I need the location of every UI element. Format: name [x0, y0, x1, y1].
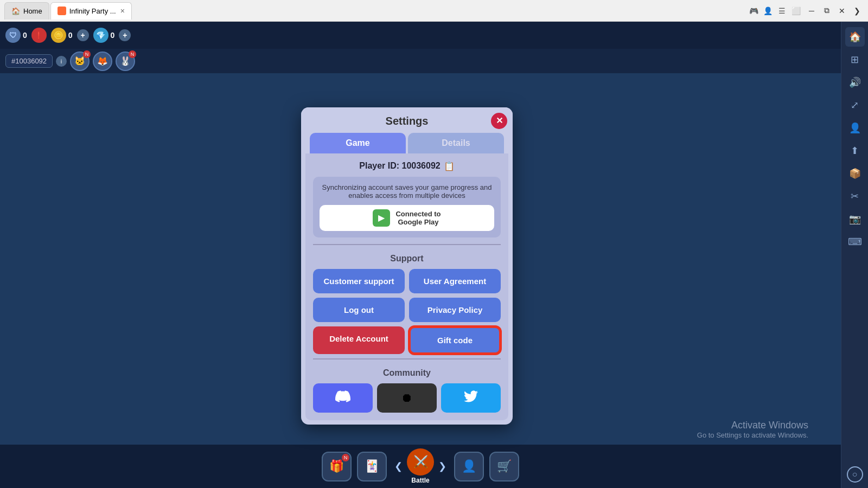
- settings-close-btn[interactable]: ✕: [491, 113, 507, 129]
- privacy-policy-btn[interactable]: Privacy Policy: [409, 298, 501, 322]
- video-btn[interactable]: ⏺: [377, 383, 437, 413]
- log-out-btn[interactable]: Log out: [313, 298, 405, 322]
- settings-title-bar: Settings ✕: [301, 107, 513, 127]
- sidebar-scissors-icon[interactable]: ✂: [845, 187, 865, 206]
- sidebar-upload-icon[interactable]: ⬆: [845, 141, 865, 160]
- community-section: Community ⏺: [313, 358, 501, 413]
- sidebar-screen-icon[interactable]: ⤢: [845, 95, 865, 115]
- sidebar-grid-icon[interactable]: ⊞: [845, 50, 865, 69]
- player-id-text: Player ID: 10036092: [359, 161, 440, 171]
- support-header: Support: [313, 251, 501, 264]
- tab-home[interactable]: 🏠 Home: [4, 2, 49, 20]
- discord-btn[interactable]: [313, 383, 373, 413]
- restore-btn[interactable]: ⧉: [820, 4, 833, 17]
- minimize-btn[interactable]: ─: [805, 4, 818, 17]
- coin-resource-icon: 🪙: [51, 28, 66, 43]
- twitter-btn[interactable]: [441, 383, 501, 413]
- gift-code-btn[interactable]: Gift code: [409, 326, 501, 354]
- tab-game-btn[interactable]: Game: [310, 133, 406, 153]
- tab-close-btn[interactable]: ×: [120, 7, 125, 15]
- menu-icon[interactable]: ☰: [777, 6, 787, 16]
- home-icon: 🏠: [11, 7, 20, 15]
- sidebar-camera-icon[interactable]: 📷: [845, 209, 865, 229]
- support-buttons: Customer support User Agreement Log out …: [313, 269, 501, 354]
- settings-title: Settings: [386, 115, 429, 127]
- sidebar-keyboard-icon[interactable]: ⌨: [845, 232, 865, 252]
- customer-support-btn[interactable]: Customer support: [313, 269, 405, 293]
- sidebar-user-icon[interactable]: 👤: [845, 118, 865, 138]
- sync-text: Synchronizing account saves your game pr…: [320, 183, 494, 200]
- browser-chrome: 🏠 Home Infinity Party ... × 🎮 👤 ☰ ⬜ ─ ⧉ …: [0, 0, 868, 22]
- chevron-right-icon[interactable]: ❯: [851, 4, 864, 17]
- gem-resource-icon: 💎: [93, 28, 108, 43]
- window-icon[interactable]: ⬜: [791, 6, 801, 16]
- window-controls: ─ ⧉ ✕ ❯: [805, 4, 864, 17]
- close-window-btn[interactable]: ✕: [835, 4, 848, 17]
- delete-account-btn[interactable]: Delete Account: [313, 326, 405, 354]
- user-icon[interactable]: 👤: [763, 6, 773, 16]
- settings-dialog: Settings ✕ Game Details Player ID: 10036…: [301, 107, 513, 425]
- settings-body: Player ID: 10036092 📋 Synchronizing acco…: [305, 153, 508, 420]
- tab-bar: 🏠 Home Infinity Party ... ×: [0, 0, 132, 21]
- twitter-icon: [464, 389, 478, 407]
- copy-icon[interactable]: 📋: [444, 161, 455, 171]
- right-sidebar: 🏠 ⊞ 🔊 ⤢ 👤 ⬆ 📦 ✂ 📷 ⌨ ○: [841, 22, 868, 488]
- game-area: 🛡 0 ❗ 🪙 0 + 💎 0 + #10036092 i 🐱 N 🦊 🐰 N: [0, 22, 841, 488]
- community-icons: ⏺: [313, 383, 501, 413]
- sync-info-box: Synchronizing account saves your game pr…: [313, 177, 501, 237]
- tab-home-label: Home: [23, 7, 42, 15]
- sidebar-apk-icon[interactable]: 📦: [845, 164, 865, 183]
- gem-resource: 💎 0: [93, 28, 115, 43]
- settings-tabs: Game Details: [310, 133, 504, 153]
- gem-value: 0: [111, 31, 115, 40]
- support-divider: [313, 244, 501, 245]
- sidebar-circle-btn[interactable]: ○: [847, 466, 863, 483]
- settings-overlay: Settings ✕ Game Details Player ID: 10036…: [0, 43, 814, 488]
- shield-value: 0: [23, 31, 27, 40]
- gamepad-icon[interactable]: 🎮: [749, 6, 758, 16]
- discord-icon: [335, 389, 350, 407]
- tab-details-btn[interactable]: Details: [408, 133, 504, 153]
- warning-resource-icon: ❗: [31, 28, 47, 43]
- shield-resource: 🛡 0: [5, 28, 27, 43]
- tab-game-label: Infinity Party ...: [69, 7, 116, 15]
- shield-resource-icon: 🛡: [5, 28, 21, 43]
- community-divider: [313, 358, 501, 359]
- gem-plus-btn[interactable]: +: [119, 29, 131, 41]
- browser-controls: 🎮 👤 ☰ ⬜ ─ ⧉ ✕ ❯: [749, 4, 868, 17]
- sidebar-volume-icon[interactable]: 🔊: [845, 73, 865, 92]
- video-icon: ⏺: [401, 391, 413, 405]
- coin-plus-btn[interactable]: +: [77, 29, 89, 41]
- tab-game[interactable]: Infinity Party ... ×: [50, 2, 132, 20]
- coin-value: 0: [68, 31, 73, 40]
- google-play-btn[interactable]: ▶ Connected toGoogle Play: [320, 205, 494, 231]
- player-id-row: Player ID: 10036092 📋: [313, 161, 501, 171]
- game-tab-icon: [58, 7, 66, 15]
- community-header: Community: [313, 365, 501, 378]
- coin-resource: 🪙 0: [51, 28, 73, 43]
- warning-resource: ❗: [31, 28, 47, 43]
- gplay-icon: ▶: [373, 209, 390, 227]
- sidebar-home-icon[interactable]: 🏠: [845, 27, 865, 47]
- gplay-text: Connected toGoogle Play: [395, 210, 441, 226]
- user-agreement-btn[interactable]: User Agreement: [409, 269, 501, 293]
